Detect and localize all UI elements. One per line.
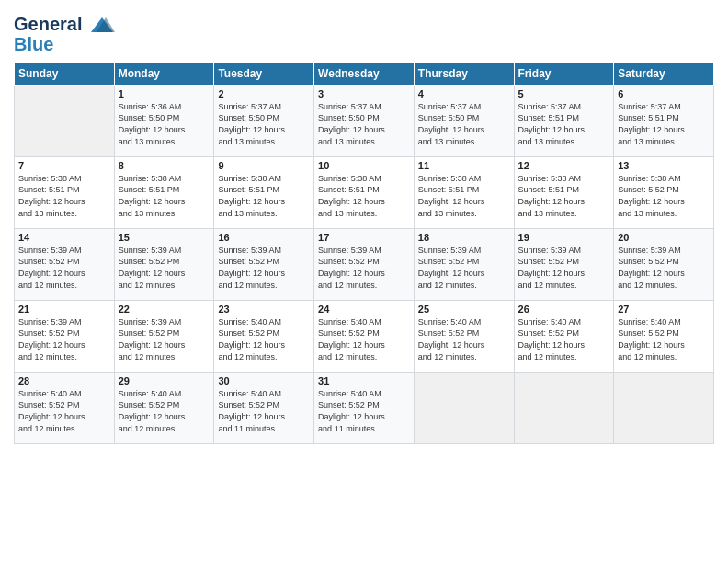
calendar-cell: 5Sunrise: 5:37 AM Sunset: 5:51 PM Daylig…	[514, 85, 614, 156]
calendar-cell: 23Sunrise: 5:40 AM Sunset: 5:52 PM Dayli…	[214, 300, 314, 372]
col-header-monday: Monday	[114, 62, 214, 85]
day-info: Sunrise: 5:38 AM Sunset: 5:51 PM Dayligh…	[18, 173, 110, 219]
calendar-cell: 7Sunrise: 5:38 AM Sunset: 5:51 PM Daylig…	[15, 156, 115, 228]
week-row-2: 14Sunrise: 5:39 AM Sunset: 5:52 PM Dayli…	[15, 228, 714, 300]
calendar-cell: 12Sunrise: 5:38 AM Sunset: 5:51 PM Dayli…	[514, 156, 614, 228]
week-row-3: 21Sunrise: 5:39 AM Sunset: 5:52 PM Dayli…	[15, 300, 714, 372]
col-header-sunday: Sunday	[15, 62, 115, 85]
day-number: 19	[518, 232, 610, 243]
day-info: Sunrise: 5:37 AM Sunset: 5:51 PM Dayligh…	[618, 101, 710, 147]
calendar-cell: 26Sunrise: 5:40 AM Sunset: 5:52 PM Dayli…	[514, 300, 614, 372]
day-info: Sunrise: 5:39 AM Sunset: 5:52 PM Dayligh…	[119, 245, 210, 291]
logo: General Blue	[14, 14, 115, 54]
day-info: Sunrise: 5:39 AM Sunset: 5:52 PM Dayligh…	[418, 245, 510, 291]
calendar-cell	[15, 85, 115, 156]
calendar-cell: 11Sunrise: 5:38 AM Sunset: 5:51 PM Dayli…	[414, 156, 514, 228]
day-number: 17	[318, 232, 410, 243]
day-info: Sunrise: 5:38 AM Sunset: 5:51 PM Dayligh…	[119, 173, 210, 219]
calendar-cell: 31Sunrise: 5:40 AM Sunset: 5:52 PM Dayli…	[314, 372, 415, 443]
calendar-cell: 1Sunrise: 5:36 AM Sunset: 5:50 PM Daylig…	[114, 85, 214, 156]
calendar-body: 1Sunrise: 5:36 AM Sunset: 5:50 PM Daylig…	[15, 85, 714, 443]
day-number: 4	[418, 88, 510, 99]
week-row-4: 28Sunrise: 5:40 AM Sunset: 5:52 PM Dayli…	[15, 372, 714, 443]
calendar-cell: 18Sunrise: 5:39 AM Sunset: 5:52 PM Dayli…	[414, 228, 514, 300]
day-number: 16	[218, 232, 310, 243]
calendar-cell: 4Sunrise: 5:37 AM Sunset: 5:50 PM Daylig…	[414, 85, 514, 156]
day-info: Sunrise: 5:39 AM Sunset: 5:52 PM Dayligh…	[18, 316, 110, 362]
day-info: Sunrise: 5:40 AM Sunset: 5:52 PM Dayligh…	[119, 388, 210, 434]
col-header-tuesday: Tuesday	[214, 62, 314, 85]
day-info: Sunrise: 5:37 AM Sunset: 5:50 PM Dayligh…	[318, 101, 410, 147]
day-info: Sunrise: 5:39 AM Sunset: 5:52 PM Dayligh…	[119, 316, 210, 362]
day-number: 3	[318, 88, 410, 99]
day-number: 10	[318, 160, 410, 171]
calendar-table: SundayMondayTuesdayWednesdayThursdayFrid…	[14, 62, 714, 444]
calendar-cell: 24Sunrise: 5:40 AM Sunset: 5:52 PM Dayli…	[314, 300, 415, 372]
day-info: Sunrise: 5:39 AM Sunset: 5:52 PM Dayligh…	[218, 245, 310, 291]
day-info: Sunrise: 5:38 AM Sunset: 5:51 PM Dayligh…	[218, 173, 310, 219]
day-info: Sunrise: 5:39 AM Sunset: 5:52 PM Dayligh…	[18, 245, 110, 291]
calendar-cell: 30Sunrise: 5:40 AM Sunset: 5:52 PM Dayli…	[214, 372, 314, 443]
day-number: 21	[18, 304, 110, 315]
day-number: 5	[518, 88, 610, 99]
day-info: Sunrise: 5:39 AM Sunset: 5:52 PM Dayligh…	[518, 245, 610, 291]
logo-blue: Blue	[14, 34, 115, 54]
week-row-0: 1Sunrise: 5:36 AM Sunset: 5:50 PM Daylig…	[15, 85, 714, 156]
day-info: Sunrise: 5:37 AM Sunset: 5:50 PM Dayligh…	[218, 101, 310, 147]
day-number: 31	[318, 375, 410, 386]
calendar-cell: 20Sunrise: 5:39 AM Sunset: 5:52 PM Dayli…	[614, 228, 714, 300]
day-number: 30	[218, 375, 310, 386]
day-info: Sunrise: 5:40 AM Sunset: 5:52 PM Dayligh…	[318, 316, 410, 362]
day-info: Sunrise: 5:40 AM Sunset: 5:52 PM Dayligh…	[518, 316, 610, 362]
day-number: 2	[218, 88, 310, 99]
day-number: 11	[418, 160, 510, 171]
calendar-cell: 21Sunrise: 5:39 AM Sunset: 5:52 PM Dayli…	[15, 300, 115, 372]
calendar-cell: 9Sunrise: 5:38 AM Sunset: 5:51 PM Daylig…	[214, 156, 314, 228]
day-number: 18	[418, 232, 510, 243]
day-info: Sunrise: 5:37 AM Sunset: 5:51 PM Dayligh…	[518, 101, 610, 147]
page: General Blue SundayMondayTuesdayWednesda…	[0, 0, 728, 563]
calendar-cell: 22Sunrise: 5:39 AM Sunset: 5:52 PM Dayli…	[114, 300, 214, 372]
day-number: 6	[618, 88, 710, 99]
day-info: Sunrise: 5:38 AM Sunset: 5:51 PM Dayligh…	[318, 173, 410, 219]
day-info: Sunrise: 5:40 AM Sunset: 5:52 PM Dayligh…	[318, 388, 410, 434]
calendar-cell: 15Sunrise: 5:39 AM Sunset: 5:52 PM Dayli…	[114, 228, 214, 300]
calendar-cell	[414, 372, 514, 443]
calendar-cell: 28Sunrise: 5:40 AM Sunset: 5:52 PM Dayli…	[15, 372, 115, 443]
calendar-cell: 2Sunrise: 5:37 AM Sunset: 5:50 PM Daylig…	[214, 85, 314, 156]
day-number: 12	[518, 160, 610, 171]
day-info: Sunrise: 5:40 AM Sunset: 5:52 PM Dayligh…	[218, 388, 310, 434]
day-number: 13	[618, 160, 710, 171]
day-number: 7	[18, 160, 110, 171]
day-number: 8	[119, 160, 210, 171]
day-number: 1	[119, 88, 210, 99]
day-number: 23	[218, 304, 310, 315]
day-number: 27	[618, 304, 710, 315]
calendar-cell: 13Sunrise: 5:38 AM Sunset: 5:52 PM Dayli…	[614, 156, 714, 228]
day-number: 26	[518, 304, 610, 315]
day-number: 24	[318, 304, 410, 315]
col-header-wednesday: Wednesday	[314, 62, 415, 85]
day-info: Sunrise: 5:39 AM Sunset: 5:52 PM Dayligh…	[618, 245, 710, 291]
day-number: 15	[119, 232, 210, 243]
day-number: 20	[618, 232, 710, 243]
day-number: 14	[18, 232, 110, 243]
calendar-cell: 14Sunrise: 5:39 AM Sunset: 5:52 PM Dayli…	[15, 228, 115, 300]
calendar-cell: 29Sunrise: 5:40 AM Sunset: 5:52 PM Dayli…	[114, 372, 214, 443]
calendar-cell	[614, 372, 714, 443]
calendar-cell: 8Sunrise: 5:38 AM Sunset: 5:51 PM Daylig…	[114, 156, 214, 228]
calendar-cell: 16Sunrise: 5:39 AM Sunset: 5:52 PM Dayli…	[214, 228, 314, 300]
day-number: 28	[18, 375, 110, 386]
calendar-cell: 17Sunrise: 5:39 AM Sunset: 5:52 PM Dayli…	[314, 228, 415, 300]
calendar-header-row: SundayMondayTuesdayWednesdayThursdayFrid…	[15, 62, 714, 85]
day-info: Sunrise: 5:40 AM Sunset: 5:52 PM Dayligh…	[418, 316, 510, 362]
day-number: 22	[119, 304, 210, 315]
logo-text: General	[14, 14, 115, 36]
day-info: Sunrise: 5:40 AM Sunset: 5:52 PM Dayligh…	[218, 316, 310, 362]
day-info: Sunrise: 5:37 AM Sunset: 5:50 PM Dayligh…	[418, 101, 510, 147]
calendar-cell: 10Sunrise: 5:38 AM Sunset: 5:51 PM Dayli…	[314, 156, 415, 228]
calendar-cell: 6Sunrise: 5:37 AM Sunset: 5:51 PM Daylig…	[614, 85, 714, 156]
day-number: 25	[418, 304, 510, 315]
day-info: Sunrise: 5:36 AM Sunset: 5:50 PM Dayligh…	[119, 101, 210, 147]
day-number: 9	[218, 160, 310, 171]
